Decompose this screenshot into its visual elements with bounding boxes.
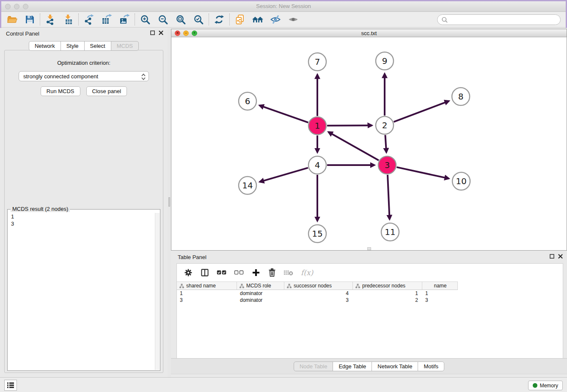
duplicate-network-button[interactable] bbox=[234, 13, 246, 26]
graph-edge-3-11[interactable] bbox=[388, 175, 390, 219]
splitter-grip[interactable] bbox=[168, 197, 170, 207]
export-image-icon bbox=[119, 14, 130, 25]
table-cell[interactable]: 3 bbox=[422, 297, 458, 304]
mcds-result-line: 1 bbox=[11, 213, 157, 220]
graph-edge-1-6[interactable] bbox=[259, 105, 308, 122]
zoom-out-button[interactable] bbox=[157, 13, 169, 26]
memory-label: Memory bbox=[540, 383, 558, 389]
unselect-all-columns-button[interactable] bbox=[234, 269, 244, 276]
graph-edge-1-2[interactable] bbox=[327, 125, 372, 126]
delete-table-button[interactable] bbox=[284, 269, 294, 276]
table-cell[interactable]: 1 bbox=[353, 290, 422, 297]
table-row[interactable]: 1dominator411 bbox=[177, 290, 563, 297]
graph-node-3[interactable]: 3 bbox=[378, 156, 396, 174]
network-canvas[interactable]: 1234678910111415 bbox=[171, 37, 567, 250]
tab-network[interactable]: Network bbox=[29, 41, 61, 51]
tab-select[interactable]: Select bbox=[84, 41, 111, 51]
select-all-columns-button[interactable] bbox=[217, 269, 227, 276]
zoom-selected-button[interactable] bbox=[192, 13, 205, 26]
close-panel-icon[interactable] bbox=[159, 30, 163, 35]
delete-columns-button[interactable] bbox=[268, 268, 276, 277]
delete-table-icon bbox=[284, 269, 294, 276]
function-builder-button[interactable]: f(x) bbox=[301, 268, 313, 277]
node-label: 2 bbox=[382, 120, 388, 130]
refresh-view-button[interactable] bbox=[213, 13, 226, 26]
graph-edge-3-10[interactable] bbox=[396, 167, 449, 179]
show-panels-button[interactable] bbox=[287, 13, 300, 26]
graph-node-8[interactable]: 8 bbox=[452, 88, 470, 105]
table-cell[interactable]: 3 bbox=[284, 297, 353, 304]
graph-node-10[interactable]: 10 bbox=[452, 172, 470, 190]
network-frame-grip[interactable] bbox=[367, 247, 371, 250]
graph-edge-4-14[interactable] bbox=[260, 168, 308, 182]
mcds-result-scrollbar[interactable] bbox=[155, 213, 160, 370]
toolbar-separator bbox=[78, 14, 79, 25]
table-cell[interactable]: 2 bbox=[353, 297, 422, 304]
tab-edge-table[interactable]: Edge Table bbox=[333, 362, 372, 371]
criterion-dropdown[interactable]: strongly connected component bbox=[19, 71, 149, 81]
table-panel: Table Panel bbox=[171, 251, 567, 377]
node-label: 11 bbox=[385, 227, 395, 237]
import-table-button[interactable] bbox=[62, 13, 74, 26]
table-cell[interactable]: 1 bbox=[422, 290, 458, 297]
table-cell[interactable]: 1 bbox=[177, 290, 237, 297]
hierarchy-icon bbox=[179, 284, 184, 288]
export-network-button[interactable] bbox=[83, 13, 95, 26]
graph-edge-2-3[interactable] bbox=[385, 135, 386, 152]
status-bar: Memory bbox=[0, 377, 567, 392]
zoom-in-button[interactable] bbox=[139, 13, 151, 26]
save-session-button[interactable] bbox=[23, 13, 36, 26]
open-file-button[interactable] bbox=[6, 13, 18, 26]
graph-node-7[interactable]: 7 bbox=[308, 53, 326, 71]
graph-edge-2-8[interactable] bbox=[394, 101, 449, 122]
graph-node-15[interactable]: 15 bbox=[308, 225, 326, 243]
float-panel-icon[interactable] bbox=[550, 254, 554, 259]
table-tab-strip: Node TableEdge TableNetwork TableMotifs bbox=[171, 358, 567, 374]
import-network-button[interactable] bbox=[44, 13, 57, 26]
export-image-button[interactable] bbox=[118, 13, 131, 26]
graph-node-1[interactable]: 1 bbox=[308, 117, 326, 135]
table-cell[interactable]: dominator bbox=[237, 297, 284, 304]
zoom-fit-button[interactable] bbox=[174, 13, 187, 26]
run-mcds-button[interactable]: Run MCDS bbox=[41, 86, 80, 96]
column-header-predecessor-nodes[interactable]: predecessor nodes bbox=[353, 282, 422, 290]
close-panel-icon[interactable] bbox=[558, 254, 563, 259]
tab-network-table[interactable]: Network Table bbox=[372, 362, 418, 371]
search-input[interactable] bbox=[448, 16, 560, 24]
column-header-name[interactable]: name bbox=[422, 282, 458, 290]
graph-node-4[interactable]: 4 bbox=[308, 156, 326, 174]
add-column-button[interactable] bbox=[251, 268, 261, 277]
graph-node-14[interactable]: 14 bbox=[239, 177, 256, 194]
show-columns-button[interactable] bbox=[200, 268, 209, 277]
graph-node-11[interactable]: 11 bbox=[381, 223, 399, 241]
table-cell[interactable]: 3 bbox=[177, 297, 237, 304]
tab-node-table[interactable]: Node Table bbox=[294, 362, 333, 371]
column-header-shared-name[interactable]: shared name bbox=[177, 282, 237, 290]
search-box[interactable] bbox=[437, 14, 561, 25]
network-frame-titlebar[interactable]: ✕ − + scc.txt bbox=[171, 29, 567, 37]
float-panel-icon[interactable] bbox=[150, 30, 155, 35]
hide-panels-button[interactable] bbox=[269, 13, 282, 26]
column-header-successor-nodes[interactable]: successor nodes bbox=[284, 282, 353, 290]
tab-mcds[interactable]: MCDS bbox=[111, 41, 139, 51]
table-cell[interactable]: dominator bbox=[237, 290, 284, 297]
graph-edge-3-1[interactable] bbox=[328, 132, 379, 160]
task-history-button[interactable] bbox=[4, 380, 17, 391]
table-settings-button[interactable] bbox=[184, 268, 193, 277]
export-table-button[interactable] bbox=[100, 13, 113, 26]
graph-node-2[interactable]: 2 bbox=[376, 116, 394, 134]
close-panel-button[interactable]: Close panel bbox=[86, 86, 127, 96]
panel-splitter[interactable] bbox=[168, 28, 171, 377]
memory-button[interactable]: Memory bbox=[528, 381, 563, 390]
table-cell[interactable]: 4 bbox=[284, 290, 353, 297]
search-icon bbox=[441, 17, 448, 23]
main-toolbar bbox=[1, 12, 566, 28]
graph-node-6[interactable]: 6 bbox=[239, 92, 256, 110]
table-row[interactable]: 3dominator323 bbox=[177, 297, 563, 304]
import-table-icon bbox=[63, 14, 74, 25]
graph-node-9[interactable]: 9 bbox=[376, 52, 394, 70]
tab-motifs[interactable]: Motifs bbox=[418, 362, 444, 371]
column-header-MCDS-role[interactable]: MCDS role bbox=[237, 282, 284, 290]
tab-style[interactable]: Style bbox=[61, 41, 85, 51]
home-layout-button[interactable] bbox=[251, 13, 264, 26]
